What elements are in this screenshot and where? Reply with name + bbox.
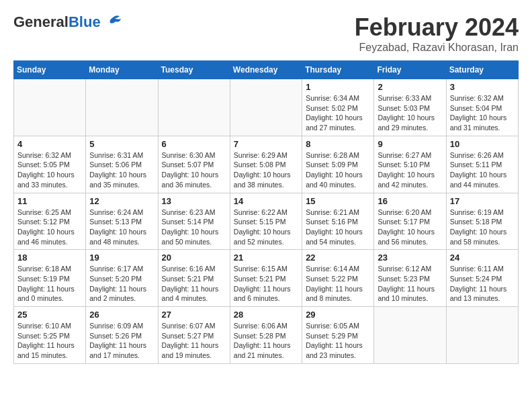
day-info: Sunrise: 6:20 AMSunset: 5:17 PMDaylight:… — [378, 208, 442, 247]
table-row: 17Sunrise: 6:19 AMSunset: 5:18 PMDayligh… — [446, 193, 518, 250]
table-row: 4Sunrise: 6:32 AMSunset: 5:05 PMDaylight… — [14, 136, 86, 193]
table-row: 25Sunrise: 6:10 AMSunset: 5:25 PMDayligh… — [14, 307, 86, 364]
day-number: 23 — [378, 253, 442, 263]
table-row: 27Sunrise: 6:07 AMSunset: 5:27 PMDayligh… — [158, 307, 230, 364]
calendar-week-row: 1Sunrise: 6:34 AMSunset: 5:02 PMDaylight… — [14, 79, 519, 136]
day-info: Sunrise: 6:10 AMSunset: 5:25 PMDaylight:… — [17, 321, 82, 361]
table-row: 12Sunrise: 6:24 AMSunset: 5:13 PMDayligh… — [86, 193, 158, 250]
day-number: 22 — [306, 253, 370, 263]
day-number: 19 — [89, 253, 154, 263]
calendar-week-row: 4Sunrise: 6:32 AMSunset: 5:05 PMDaylight… — [14, 136, 519, 193]
table-row: 22Sunrise: 6:14 AMSunset: 5:22 PMDayligh… — [302, 250, 374, 307]
day-info: Sunrise: 6:32 AMSunset: 5:04 PMDaylight:… — [450, 93, 515, 133]
table-row: 14Sunrise: 6:22 AMSunset: 5:15 PMDayligh… — [230, 193, 302, 250]
day-info: Sunrise: 6:33 AMSunset: 5:03 PMDaylight:… — [378, 93, 442, 133]
day-info: Sunrise: 6:14 AMSunset: 5:22 PMDaylight:… — [306, 264, 370, 304]
calendar-table: Sunday Monday Tuesday Wednesday Thursday… — [13, 60, 519, 364]
day-number: 12 — [89, 196, 154, 206]
day-info: Sunrise: 6:11 AMSunset: 5:24 PMDaylight:… — [450, 264, 515, 304]
day-number: 24 — [450, 253, 515, 263]
day-info: Sunrise: 6:16 AMSunset: 5:21 PMDaylight:… — [162, 264, 226, 304]
day-info: Sunrise: 6:27 AMSunset: 5:10 PMDaylight:… — [378, 150, 442, 190]
table-row: 5Sunrise: 6:31 AMSunset: 5:06 PMDaylight… — [86, 136, 158, 193]
col-thursday: Thursday — [302, 61, 374, 79]
table-row — [230, 79, 302, 136]
table-row — [86, 79, 158, 136]
day-info: Sunrise: 6:17 AMSunset: 5:20 PMDaylight:… — [89, 264, 154, 304]
table-row: 1Sunrise: 6:34 AMSunset: 5:02 PMDaylight… — [302, 79, 374, 136]
day-info: Sunrise: 6:32 AMSunset: 5:05 PMDaylight:… — [17, 150, 82, 190]
table-row: 21Sunrise: 6:15 AMSunset: 5:21 PMDayligh… — [230, 250, 302, 307]
day-number: 4 — [17, 139, 82, 149]
day-info: Sunrise: 6:26 AMSunset: 5:11 PMDaylight:… — [450, 150, 515, 190]
table-row: 16Sunrise: 6:20 AMSunset: 5:17 PMDayligh… — [374, 193, 446, 250]
table-row: 7Sunrise: 6:29 AMSunset: 5:08 PMDaylight… — [230, 136, 302, 193]
col-saturday: Saturday — [446, 61, 518, 79]
table-row: 13Sunrise: 6:23 AMSunset: 5:14 PMDayligh… — [158, 193, 230, 250]
day-number: 15 — [306, 196, 370, 206]
calendar-week-row: 18Sunrise: 6:18 AMSunset: 5:19 PMDayligh… — [14, 250, 519, 307]
day-number: 20 — [162, 253, 226, 263]
day-number: 1 — [306, 82, 370, 92]
table-row: 10Sunrise: 6:26 AMSunset: 5:11 PMDayligh… — [446, 136, 518, 193]
col-tuesday: Tuesday — [158, 61, 230, 79]
day-number: 8 — [306, 139, 370, 149]
table-row: 15Sunrise: 6:21 AMSunset: 5:16 PMDayligh… — [302, 193, 374, 250]
day-number: 6 — [162, 139, 226, 149]
title-area: February 2024 Feyzabad, Razavi Khorasan,… — [355, 13, 519, 54]
day-info: Sunrise: 6:28 AMSunset: 5:09 PMDaylight:… — [306, 150, 370, 190]
calendar-week-row: 11Sunrise: 6:25 AMSunset: 5:12 PMDayligh… — [14, 193, 519, 250]
logo: GeneralBlue — [13, 13, 122, 31]
day-number: 28 — [234, 310, 298, 320]
table-row: 9Sunrise: 6:27 AMSunset: 5:10 PMDaylight… — [374, 136, 446, 193]
table-row: 8Sunrise: 6:28 AMSunset: 5:09 PMDaylight… — [302, 136, 374, 193]
table-row: 28Sunrise: 6:06 AMSunset: 5:28 PMDayligh… — [230, 307, 302, 364]
table-row: 19Sunrise: 6:17 AMSunset: 5:20 PMDayligh… — [86, 250, 158, 307]
logo-text: GeneralBlue — [13, 13, 101, 31]
day-info: Sunrise: 6:23 AMSunset: 5:14 PMDaylight:… — [162, 208, 226, 247]
page-subtitle: Feyzabad, Razavi Khorasan, Iran — [355, 42, 519, 54]
table-row — [446, 307, 518, 364]
table-row: 6Sunrise: 6:30 AMSunset: 5:07 PMDaylight… — [158, 136, 230, 193]
table-row: 29Sunrise: 6:05 AMSunset: 5:29 PMDayligh… — [302, 307, 374, 364]
day-info: Sunrise: 6:24 AMSunset: 5:13 PMDaylight:… — [89, 208, 154, 247]
page-header: GeneralBlue February 2024 Feyzabad, Raza… — [13, 13, 519, 54]
day-number: 21 — [234, 253, 298, 263]
col-wednesday: Wednesday — [230, 61, 302, 79]
day-number: 7 — [234, 139, 298, 149]
day-info: Sunrise: 6:25 AMSunset: 5:12 PMDaylight:… — [17, 208, 82, 247]
day-info: Sunrise: 6:07 AMSunset: 5:27 PMDaylight:… — [162, 321, 226, 361]
col-sunday: Sunday — [14, 61, 86, 79]
table-row: 26Sunrise: 6:09 AMSunset: 5:26 PMDayligh… — [86, 307, 158, 364]
table-row: 2Sunrise: 6:33 AMSunset: 5:03 PMDaylight… — [374, 79, 446, 136]
day-number: 9 — [378, 139, 442, 149]
day-info: Sunrise: 6:09 AMSunset: 5:26 PMDaylight:… — [89, 321, 154, 361]
table-row: 3Sunrise: 6:32 AMSunset: 5:04 PMDaylight… — [446, 79, 518, 136]
day-number: 13 — [162, 196, 226, 206]
page-title: February 2024 — [355, 13, 519, 42]
day-number: 5 — [89, 139, 154, 149]
day-info: Sunrise: 6:30 AMSunset: 5:07 PMDaylight:… — [162, 150, 226, 190]
table-row — [158, 79, 230, 136]
day-number: 17 — [450, 196, 515, 206]
day-number: 3 — [450, 82, 515, 92]
day-number: 2 — [378, 82, 442, 92]
table-row: 18Sunrise: 6:18 AMSunset: 5:19 PMDayligh… — [14, 250, 86, 307]
calendar-header-row: Sunday Monday Tuesday Wednesday Thursday… — [14, 61, 519, 79]
day-info: Sunrise: 6:18 AMSunset: 5:19 PMDaylight:… — [17, 264, 82, 304]
day-info: Sunrise: 6:05 AMSunset: 5:29 PMDaylight:… — [306, 321, 370, 361]
table-row: 20Sunrise: 6:16 AMSunset: 5:21 PMDayligh… — [158, 250, 230, 307]
logo-bird-icon — [103, 15, 122, 30]
day-info: Sunrise: 6:22 AMSunset: 5:15 PMDaylight:… — [234, 208, 298, 247]
day-number: 11 — [17, 196, 82, 206]
day-info: Sunrise: 6:34 AMSunset: 5:02 PMDaylight:… — [306, 93, 370, 133]
table-row: 23Sunrise: 6:12 AMSunset: 5:23 PMDayligh… — [374, 250, 446, 307]
day-info: Sunrise: 6:06 AMSunset: 5:28 PMDaylight:… — [234, 321, 298, 361]
day-info: Sunrise: 6:31 AMSunset: 5:06 PMDaylight:… — [89, 150, 154, 190]
day-info: Sunrise: 6:21 AMSunset: 5:16 PMDaylight:… — [306, 208, 370, 247]
day-number: 29 — [306, 310, 370, 320]
day-number: 16 — [378, 196, 442, 206]
col-friday: Friday — [374, 61, 446, 79]
col-monday: Monday — [86, 61, 158, 79]
table-row — [374, 307, 446, 364]
